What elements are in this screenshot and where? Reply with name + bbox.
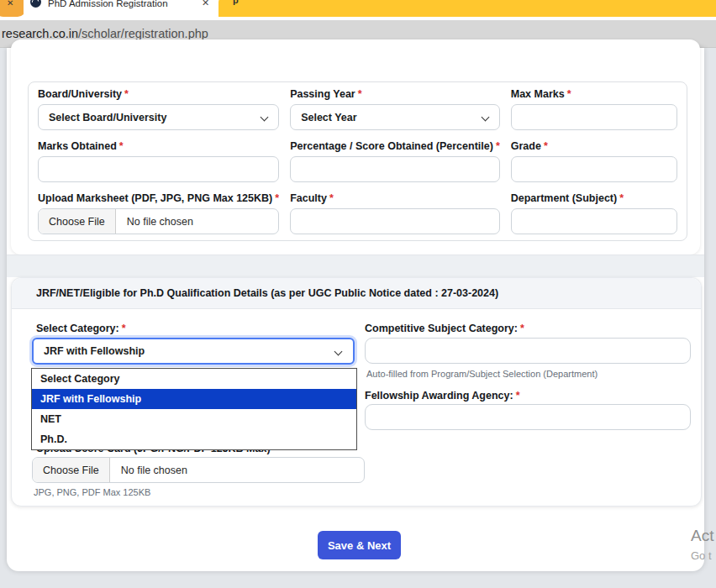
education-card: Board/University* Select Board/Universit… [11,39,700,255]
dropdown-option-selected[interactable]: JRF with Fellowship [32,389,356,409]
chevron-down-icon [334,348,343,356]
dropdown-option[interactable]: NET [32,409,356,429]
marks-obtained-input[interactable] [38,156,279,182]
score-card-helper: JPG, PNG, PDF Max 125KB [34,487,150,497]
competitive-subject-helper: Auto-filled from Program/Subject Selecti… [366,369,598,379]
fellowship-agency-label: Fellowship Awarding Agency:* [365,390,520,402]
max-marks-input[interactable] [511,104,677,130]
board-university-select[interactable]: Select Board/University [38,104,279,130]
choose-file-button[interactable]: Choose File [39,209,116,234]
field-passing-year: Passing Year* Select Year [290,88,500,140]
page-content: Board/University* Select Board/Universit… [7,48,704,571]
tab-title: PhD Admission Registration [48,0,168,8]
required-mark: * [567,88,571,100]
field-label: Upload Marksheet (PDF, JPG, PNG Max 125K… [38,192,272,204]
yellow-tab[interactable]: p [218,0,716,17]
field-upload-marksheet: Upload Marksheet (PDF, JPG, PNG Max 125K… [38,192,279,244]
file-status: No file chosen [110,458,198,482]
category-select[interactable]: JRF with Fellowship [32,338,355,365]
field-label: Faculty [290,192,327,204]
required-mark: * [122,323,126,334]
marksheet-file-input[interactable]: Choose File No file chosen [38,208,279,234]
grade-input[interactable] [511,156,677,182]
tab-close-icon[interactable]: ✕ [7,0,13,8]
competitive-subject-input[interactable] [365,338,691,364]
field-department: Department (Subject)* [511,192,677,244]
section-divider [7,255,704,277]
field-board-university: Board/University* Select Board/Universit… [38,88,279,140]
jrf-section-header: JRF/NET/Eligible for Ph.D Qualification … [12,278,701,309]
department-input[interactable] [511,208,677,234]
score-card-file-input[interactable]: Choose File No file chosen [32,457,365,483]
faculty-input[interactable] [290,208,500,234]
field-label: Board/University [38,88,122,100]
select-value: JRF with Fellowship [44,345,145,357]
dropdown-option[interactable]: Select Category [32,369,356,389]
activate-windows-subtext: Go t [691,549,712,562]
jrf-card: JRF/NET/Eligible for Ph.D Qualification … [11,277,702,507]
yellow-tab-label: p [233,0,239,5]
category-dropdown-list: Select Category JRF with Fellowship NET … [31,368,357,450]
field-percentage: Percentage / Score Obtained (Percentile)… [290,140,500,192]
field-label: Marks Obtained [38,140,117,152]
chevron-down-icon [261,113,269,122]
field-label: Department (Subject) [511,192,617,204]
field-marks-obtained: Marks Obtained* [38,140,279,192]
select-value: Select Year [301,112,357,123]
passing-year-select[interactable]: Select Year [290,104,500,130]
url-path: /scholar/registration.php [78,27,208,40]
field-label: Max Marks [511,88,565,100]
tab-strip: ✕ PhD Admission Registration ✕ p [0,0,716,20]
fellowship-agency-input[interactable] [365,404,691,430]
field-label: Passing Year [290,88,355,100]
browser-window: ✕ PhD Admission Registration ✕ p researc… [0,0,716,588]
field-label: Grade [511,140,541,152]
required-mark: * [119,140,124,152]
tab-fragment-left[interactable]: ✕ [0,0,26,17]
jrf-section-title: JRF/NET/Eligible for Ph.D Qualification … [36,287,498,299]
select-category-label: Select Category:* [36,323,126,334]
required-mark: * [124,88,129,100]
required-mark: * [520,323,524,334]
tab-favicon-icon [30,0,41,8]
required-mark: * [619,192,624,204]
chevron-down-icon [481,113,489,122]
dropdown-option[interactable]: Ph.D. [32,429,356,449]
percentage-input[interactable] [290,156,500,182]
required-mark: * [516,390,520,402]
field-grade: Grade* [511,140,677,192]
required-mark: * [544,140,548,152]
url-domain: research.co.in [2,27,78,40]
save-next-button[interactable]: Save & Next [318,531,401,559]
required-mark: * [358,88,362,100]
select-value: Select Board/University [49,112,166,123]
file-status: No file chosen [116,209,204,234]
choose-file-button[interactable]: Choose File [33,458,110,482]
required-mark: * [329,192,334,204]
required-mark: * [275,192,279,204]
education-fieldset: Board/University* Select Board/Universit… [28,81,687,241]
field-label: Percentage / Score Obtained (Percentile) [290,140,493,152]
activate-windows-text: Act [691,527,713,545]
field-faculty: Faculty* [290,192,500,244]
tab-close-icon[interactable]: ✕ [202,0,209,8]
competitive-subject-label: Competitive Subject Category:* [365,323,524,334]
active-tab[interactable]: PhD Admission Registration ✕ [24,0,217,18]
required-mark: * [496,140,500,152]
field-max-marks: Max Marks* [511,88,677,140]
